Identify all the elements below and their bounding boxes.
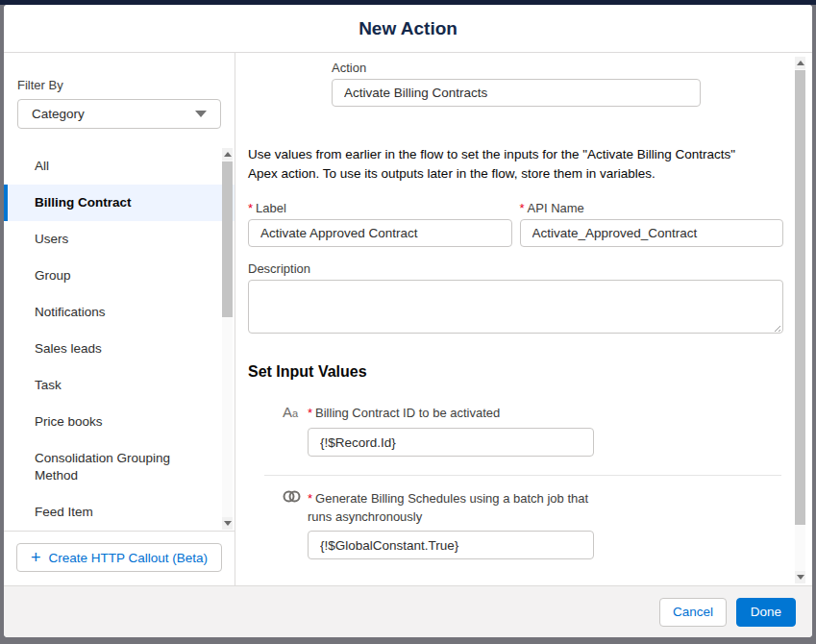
sidebar-item-notifications[interactable]: Notifications (4, 294, 235, 331)
required-asterisk: * (308, 406, 312, 420)
sidebar-item-feed-item[interactable]: Feed Item (4, 494, 235, 530)
sidebar-footer: + Create HTTP Callout (Beta) (4, 531, 235, 585)
text-type-icon-wrap: Aa (283, 404, 308, 457)
api-name-field-group: *API Name (520, 201, 784, 247)
scroll-up-arrow-icon[interactable] (795, 57, 805, 69)
action-input[interactable] (332, 79, 701, 107)
scroll-down-arrow-icon[interactable] (222, 517, 233, 530)
label-field-group: *Label (248, 201, 512, 247)
modal-header: New Action (4, 5, 812, 53)
category-dropdown[interactable]: Category (17, 99, 221, 129)
plus-icon: + (31, 549, 41, 566)
sidebar-item-consolidation-grouping-method[interactable]: Consolidation Grouping Method (4, 440, 235, 494)
description-field-group: Description (248, 261, 783, 337)
label-field-label: *Label (248, 201, 512, 215)
create-http-callout-button[interactable]: + Create HTTP Callout (Beta) (16, 543, 222, 572)
scroll-up-arrow-icon[interactable] (222, 148, 233, 161)
chevron-down-icon (195, 111, 207, 117)
scroll-down-arrow-icon[interactable] (795, 571, 805, 583)
create-http-callout-label: Create HTTP Callout (Beta) (48, 551, 208, 565)
sidebar-scrollbar-thumb[interactable] (222, 161, 233, 317)
main-scrollbar[interactable] (795, 57, 805, 583)
sidebar-item-task[interactable]: Task (4, 367, 235, 404)
action-label: Action (332, 61, 701, 75)
label-apiname-row: *Label *API Name (248, 201, 783, 247)
cancel-button[interactable]: Cancel (659, 598, 727, 627)
done-button[interactable]: Done (736, 598, 796, 627)
action-config-panel: Action Use values from earlier in the fl… (235, 53, 812, 585)
input-row-body: *Generate Billing Schedules using a batc… (308, 489, 615, 559)
input-row-body: *Billing Contract ID to be activated (308, 404, 594, 457)
required-asterisk: * (248, 201, 253, 215)
api-name-field-label: *API Name (520, 201, 784, 215)
main-scrollbar-thumb[interactable] (795, 70, 805, 525)
sidebar-item-users[interactable]: Users (4, 221, 235, 258)
api-name-input[interactable] (520, 219, 784, 247)
required-asterisk: * (308, 491, 312, 506)
category-dropdown-value: Category (32, 107, 85, 121)
row-divider (264, 475, 781, 476)
generate-billing-schedules-input[interactable] (308, 531, 594, 559)
set-input-values-heading: Set Input Values (248, 363, 783, 381)
sidebar-item-group[interactable]: Group (4, 258, 235, 294)
input-row-generate-billing-schedules: *Generate Billing Schedules using a batc… (248, 489, 783, 559)
page-title: New Action (359, 18, 457, 39)
description-textarea[interactable] (248, 280, 783, 334)
sidebar-item-all[interactable]: All (4, 148, 235, 185)
label-input[interactable] (248, 219, 512, 247)
text-type-icon: Aa (283, 404, 298, 420)
generate-billing-schedules-label: *Generate Billing Schedules using a batc… (308, 489, 615, 526)
helper-text: Use values from earlier in the flow to s… (248, 145, 757, 184)
input-row-billing-contract-id: Aa *Billing Contract ID to be activated (248, 404, 783, 457)
required-asterisk: * (520, 201, 525, 215)
modal-footer: Cancel Done (4, 585, 812, 637)
category-sidebar: Filter By Category All Billing Contract … (4, 53, 235, 585)
billing-contract-id-label: *Billing Contract ID to be activated (308, 404, 594, 422)
modal-body: Filter By Category All Billing Contract … (4, 53, 812, 585)
sidebar-scrollbar[interactable] (222, 148, 233, 530)
boolean-type-icon-wrap (283, 489, 308, 559)
description-label: Description (248, 261, 783, 276)
sidebar-item-sales-leads[interactable]: Sales leads (4, 331, 235, 367)
filter-by-label: Filter By (17, 78, 235, 92)
new-action-modal: New Action Filter By Category All Billin… (4, 5, 812, 637)
billing-contract-id-input[interactable] (308, 428, 594, 457)
category-list: All Billing Contract Users Group Notific… (4, 148, 235, 530)
sidebar-item-price-books[interactable]: Price books (4, 404, 235, 440)
action-field-group: Action (332, 61, 701, 107)
sidebar-item-billing-contract[interactable]: Billing Contract (4, 185, 235, 221)
boolean-type-icon (283, 490, 301, 503)
